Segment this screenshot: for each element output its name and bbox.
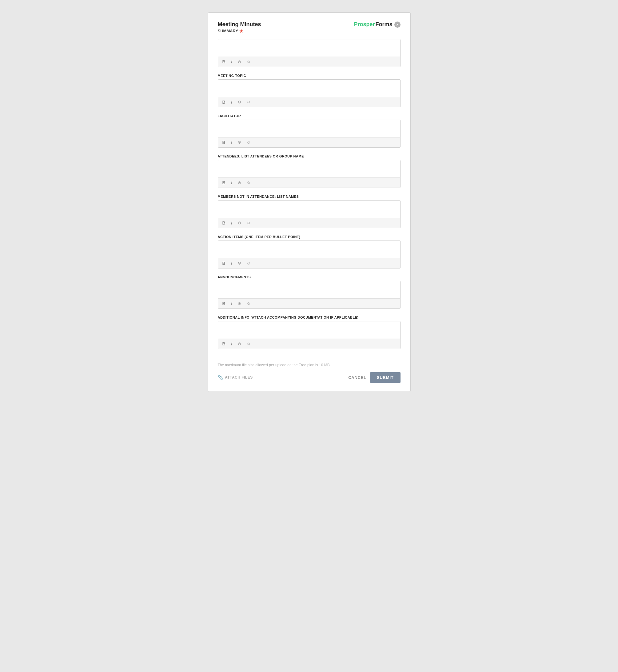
- required-star: ★: [239, 29, 243, 33]
- field-group-attendees: ATTENDEES: LIST ATTENDEES OR GROUP NAME …: [218, 154, 401, 188]
- label-announcements: ANNOUNCEMENTS: [218, 275, 401, 279]
- italic-button-announcements[interactable]: I: [230, 301, 233, 307]
- label-additional-info: ADDITIONAL INFO (ATTACH ACCOMPANYING DOC…: [218, 316, 401, 319]
- toolbar-additional-info: B I ⊘ ☺: [218, 339, 400, 349]
- field-group-facilitator: FACILITATOR B I ⊘ ☺: [218, 114, 401, 148]
- logo: ProsperForms: [354, 21, 392, 28]
- field-group-summary: B I ⊘ ☺: [218, 39, 401, 67]
- link-button-attendees[interactable]: ⊘: [236, 180, 242, 186]
- rich-text-attendees: B I ⊘ ☺: [218, 160, 401, 188]
- label-attendees: ATTENDEES: LIST ATTENDEES OR GROUP NAME: [218, 154, 401, 158]
- toolbar-facilitator: B I ⊘ ☺: [218, 137, 400, 147]
- emoji-button-additional-info[interactable]: ☺: [245, 341, 252, 347]
- bold-button-summary[interactable]: B: [221, 59, 227, 65]
- form-subtitle: SUMMARY ★: [218, 29, 261, 33]
- link-button-facilitator[interactable]: ⊘: [236, 139, 242, 145]
- label-meeting-topic: MEETING TOPIC: [218, 74, 401, 78]
- members-not-attending-input[interactable]: [218, 201, 400, 217]
- field-group-additional-info: ADDITIONAL INFO (ATTACH ACCOMPANYING DOC…: [218, 316, 401, 349]
- bold-button-additional-info[interactable]: B: [221, 341, 227, 347]
- emoji-button-announcements[interactable]: ☺: [245, 301, 252, 306]
- link-button-meeting-topic[interactable]: ⊘: [236, 99, 242, 105]
- action-items-input[interactable]: [218, 241, 400, 257]
- bold-button-announcements[interactable]: B: [221, 301, 227, 307]
- summary-input[interactable]: [218, 39, 400, 55]
- label-action-items: ACTION ITEMS (ONE ITEM PER BULLET POINT): [218, 235, 401, 239]
- italic-button-members-not-attending[interactable]: I: [230, 220, 233, 226]
- emoji-button-facilitator[interactable]: ☺: [245, 139, 252, 145]
- attendees-input[interactable]: [218, 160, 400, 176]
- emoji-button-members-not-attending[interactable]: ☺: [245, 220, 252, 226]
- field-group-action-items: ACTION ITEMS (ONE ITEM PER BULLET POINT)…: [218, 235, 401, 268]
- italic-button-action-items[interactable]: I: [230, 260, 233, 266]
- close-button[interactable]: ×: [394, 21, 401, 28]
- subtitle-text: SUMMARY: [218, 29, 238, 33]
- field-group-announcements: ANNOUNCEMENTS B I ⊘ ☺: [218, 275, 401, 309]
- bold-button-members-not-attending[interactable]: B: [221, 220, 227, 226]
- cancel-button[interactable]: CANCEL: [348, 375, 367, 380]
- facilitator-input[interactable]: [218, 120, 400, 136]
- field-group-members-not-attending: MEMBERS NOT IN ATTENDANCE: LIST NAMES B …: [218, 195, 401, 228]
- form-title: Meeting Minutes: [218, 21, 261, 28]
- form-container: Meeting Minutes SUMMARY ★ ProsperForms ×…: [208, 12, 411, 392]
- link-button-members-not-attending[interactable]: ⊘: [236, 220, 242, 226]
- italic-button-facilitator[interactable]: I: [230, 139, 233, 145]
- rich-text-members-not-attending: B I ⊘ ☺: [218, 200, 401, 228]
- bold-button-attendees[interactable]: B: [221, 180, 227, 186]
- emoji-button-attendees[interactable]: ☺: [245, 180, 252, 186]
- file-size-note: The maximum file size allowed per upload…: [218, 363, 401, 367]
- label-facilitator: FACILITATOR: [218, 114, 401, 118]
- footer-section: The maximum file size allowed per upload…: [218, 358, 401, 383]
- link-button-summary[interactable]: ⊘: [236, 59, 242, 65]
- italic-button-attendees[interactable]: I: [230, 180, 233, 186]
- rich-text-action-items: B I ⊘ ☺: [218, 240, 401, 268]
- toolbar-action-items: B I ⊘ ☺: [218, 258, 400, 268]
- bold-button-action-items[interactable]: B: [221, 260, 227, 266]
- rich-text-additional-info: B I ⊘ ☺: [218, 321, 401, 349]
- bold-button-facilitator[interactable]: B: [221, 139, 227, 145]
- toolbar-summary: B I ⊘ ☺: [218, 57, 400, 67]
- link-button-announcements[interactable]: ⊘: [236, 301, 242, 306]
- paperclip-icon: 📎: [218, 375, 223, 380]
- announcements-input[interactable]: [218, 281, 400, 297]
- rich-text-meeting-topic: B I ⊘ ☺: [218, 79, 401, 107]
- rich-text-facilitator: B I ⊘ ☺: [218, 120, 401, 148]
- form-title-block: Meeting Minutes SUMMARY ★: [218, 21, 261, 33]
- attach-label: ATTACH FILES: [225, 375, 253, 379]
- right-actions: CANCEL SUBMIT: [348, 372, 400, 383]
- field-group-meeting-topic: MEETING TOPIC B I ⊘ ☺: [218, 74, 401, 107]
- emoji-button-summary[interactable]: ☺: [245, 59, 252, 65]
- form-header: Meeting Minutes SUMMARY ★ ProsperForms ×: [218, 21, 401, 33]
- logo-prosper: Prosper: [354, 21, 375, 28]
- rich-text-announcements: B I ⊘ ☺: [218, 281, 401, 309]
- link-button-additional-info[interactable]: ⊘: [236, 341, 242, 347]
- rich-text-summary: B I ⊘ ☺: [218, 39, 401, 67]
- additional-info-input[interactable]: [218, 321, 400, 337]
- submit-button[interactable]: SUBMIT: [370, 372, 401, 383]
- italic-button-meeting-topic[interactable]: I: [230, 99, 233, 105]
- logo-wrapper: ProsperForms ×: [354, 21, 400, 28]
- link-button-action-items[interactable]: ⊘: [236, 260, 242, 266]
- emoji-button-meeting-topic[interactable]: ☺: [245, 99, 252, 105]
- italic-button-additional-info[interactable]: I: [230, 341, 233, 347]
- italic-button-summary[interactable]: I: [230, 59, 233, 65]
- toolbar-members-not-attending: B I ⊘ ☺: [218, 218, 400, 228]
- meeting-topic-input[interactable]: [218, 80, 400, 96]
- logo-forms: Forms: [375, 21, 392, 28]
- bold-button-meeting-topic[interactable]: B: [221, 99, 227, 105]
- toolbar-announcements: B I ⊘ ☺: [218, 298, 400, 309]
- toolbar-meeting-topic: B I ⊘ ☺: [218, 97, 400, 107]
- attach-files-button[interactable]: 📎 ATTACH FILES: [218, 375, 253, 380]
- label-members-not-attending: MEMBERS NOT IN ATTENDANCE: LIST NAMES: [218, 195, 401, 198]
- emoji-button-action-items[interactable]: ☺: [245, 260, 252, 266]
- footer-actions: 📎 ATTACH FILES CANCEL SUBMIT: [218, 372, 401, 383]
- toolbar-attendees: B I ⊘ ☺: [218, 178, 400, 188]
